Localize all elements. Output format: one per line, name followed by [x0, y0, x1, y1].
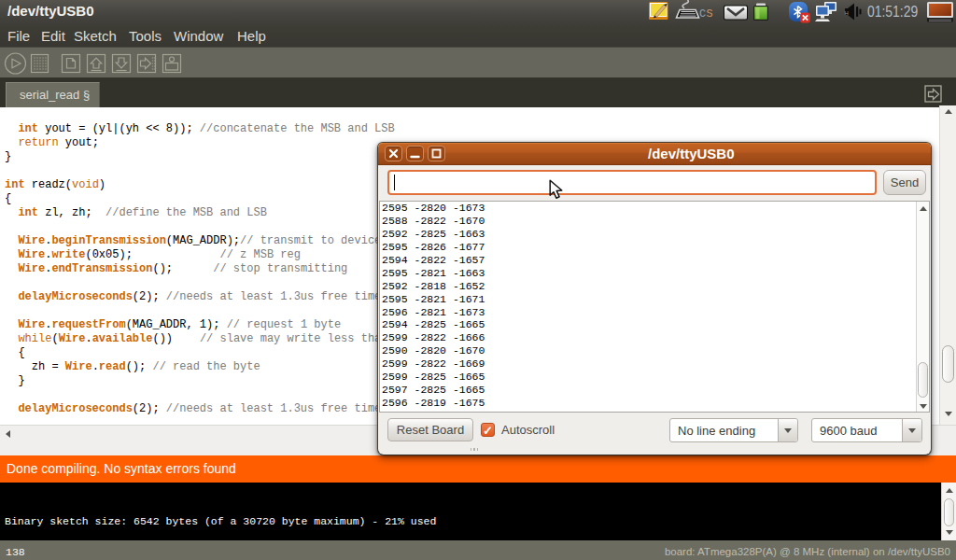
svg-text:s: s	[707, 5, 713, 20]
svg-text:H: H	[845, 10, 849, 16]
svg-text:c: c	[699, 5, 706, 20]
